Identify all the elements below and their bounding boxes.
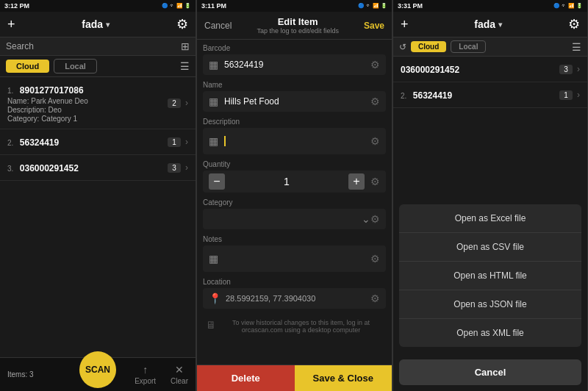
item-category: Category: Category 1 [7,115,168,123]
mid-time: 3:11 PM [201,2,226,10]
clear-button[interactable]: ✕ Clear [171,364,188,385]
list-item-right: 1 › [168,137,188,147]
context-cancel-button[interactable]: Cancel [399,359,581,385]
save-button[interactable]: Save [364,21,384,31]
notes-gear-button[interactable]: ⚙ [370,253,380,265]
mid-title: Edit Item [232,16,364,27]
barcode-field-row: ▦ 56324419 ⚙ [203,54,386,75]
settings-button[interactable]: ⚙ [176,16,188,32]
description-input[interactable] [224,136,365,146]
list-item-right: 3 › [559,64,580,74]
mid-bottom-bar: Delete Save & Close [197,365,392,391]
right-title: fada ▾ [474,18,502,30]
right-list-icon: ☰ [572,41,581,53]
local-tab[interactable]: Local [54,59,97,73]
list-item[interactable]: 3. 036000291452 3 › [0,155,196,181]
category-gear-button[interactable]: ⚙ [370,213,380,225]
chevron-right-icon: › [185,162,188,173]
list-item[interactable]: 036000291452 3 › [393,57,587,82]
chevron-down-icon: ▾ [498,21,502,29]
chevron-down-icon: ▾ [106,21,110,29]
mid-top-bar: Cancel Edit Item Tap the log to edit/edi… [197,12,392,40]
clear-icon: ✕ [175,364,184,376]
name-label: Name [203,81,386,89]
name-icon: ▦ [209,96,218,107]
item-barcode: 036000291452 [20,163,79,173]
chevron-right-icon: › [577,90,580,100]
item-num: 2. [401,92,406,100]
notes-input[interactable] [224,254,365,264]
item-num: 1. [7,87,13,95]
search-input[interactable] [6,41,176,51]
chevron-down-icon: ⌄ [362,213,370,225]
category-field-row[interactable]: ⌄ ⚙ [203,209,386,229]
qty-badge: 3 [559,65,573,74]
location-gear-button[interactable]: ⚙ [370,293,380,304]
description-field-row: ▦ ⚙ [203,128,386,154]
barcode-icon: ▦ [209,59,218,71]
quantity-minus-button[interactable]: − [209,173,225,190]
left-search-bar: ⊞ [0,37,196,56]
history-note: 🖥 To view historical changes to this ite… [203,315,386,338]
category-section: Category ⌄ ⚙ [203,198,386,229]
right-local-tab[interactable]: Local [451,40,486,53]
items-count: Items: 3 [7,370,34,379]
open-csv-item[interactable]: Open as CSV file [399,233,581,262]
delete-button[interactable]: Delete [197,365,295,391]
barcode-gear-button[interactable]: ⚙ [370,59,380,71]
qty-badge: 2 [168,98,181,108]
left-title: fada ▾ [82,18,110,30]
quantity-gear-button[interactable]: ⚙ [370,176,380,187]
chevron-right-icon: › [185,137,188,147]
quantity-row: − 1 + ⚙ [203,171,386,193]
list-item[interactable]: 2. 56324419 1 › [393,82,587,108]
cancel-button[interactable]: Cancel [204,21,232,31]
list-item-right: 1 › [559,90,580,100]
export-icon: ↑ [143,364,148,376]
right-top-bar: + fada ▾ ⚙ [393,12,587,37]
add-button[interactable]: + [7,17,15,32]
left-status-bar: 3:12 PM 🔵 ᯤ 📶 🔋 [0,0,196,12]
location-label: Location [203,278,386,286]
scan-button[interactable]: SCAN [79,351,116,388]
open-excel-item[interactable]: Open as Excel file [399,204,581,233]
barcode-value: 56324419 [224,60,365,70]
list-item[interactable]: 2. 56324419 1 › [0,129,196,155]
list-item-left: 1. 8901277017086 Name: Park Avenue Deo D… [7,83,168,123]
list-item-left: 2. 56324419 [7,135,168,148]
right-cloud-tab[interactable]: Cloud [411,41,446,52]
description-section: Description ▦ ⚙ [203,118,386,154]
notes-section: Notes ▦ ⚙ [203,235,386,272]
item-barcode: 56324419 [413,90,452,101]
name-input[interactable] [224,96,365,107]
chevron-right-icon: › [185,98,188,108]
quantity-section: Quantity − 1 + ⚙ [203,160,386,193]
right-settings-button[interactable]: ⚙ [568,16,580,32]
name-gear-button[interactable]: ⚙ [370,96,380,107]
item-num: 3. [7,165,13,173]
open-xml-item[interactable]: Open as XML file [399,319,581,347]
qty-badge: 1 [168,137,181,147]
open-json-item[interactable]: Open as JSON file [399,290,581,319]
mid-status-icons: 🔵 ᯤ 📶 🔋 [358,3,387,9]
quantity-value: 1 [231,176,343,187]
name-field-row: ▦ ⚙ [203,91,386,112]
item-barcode: 56324419 [20,137,59,148]
list-item-left: 036000291452 [401,62,559,76]
open-html-item[interactable]: Open as HTML file [399,262,581,290]
cloud-tab[interactable]: Cloud [6,60,49,73]
barcode-label: Barcode [203,44,386,52]
quantity-plus-button[interactable]: + [348,173,365,190]
location-field-row: 📍 28.5992159, 77.3904030 ⚙ [203,288,386,309]
right-add-button[interactable]: + [401,17,409,32]
list-item-right: 2 › [168,98,188,108]
location-pin-icon: 📍 [209,293,221,304]
description-gear-button[interactable]: ⚙ [370,135,380,147]
item-description: Description: Deo [7,106,168,114]
list-icon: ☰ [180,60,190,72]
list-item[interactable]: 1. 8901277017086 Name: Park Avenue Deo D… [0,77,196,129]
context-menu: Open as Excel file Open as CSV file Open… [399,204,581,347]
barcode-section: Barcode ▦ 56324419 ⚙ [203,44,386,75]
export-button[interactable]: ↑ Export [135,364,156,385]
save-close-button[interactable]: Save & Close [295,365,392,391]
